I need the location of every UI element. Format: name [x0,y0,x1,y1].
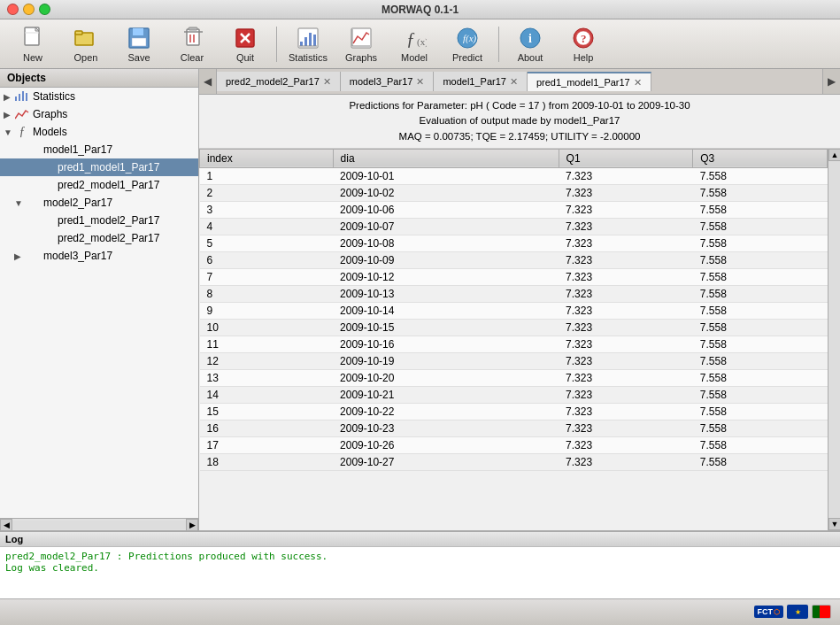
table-row[interactable]: 92009-10-147.3237.558 [200,302,828,319]
cell-index: 13 [200,369,334,386]
table-info-line2: Evaluation of output made by model1_Par1… [206,113,833,128]
sidebar-item-graphs[interactable]: ▶ Graphs [0,105,198,123]
table-row[interactable]: 152009-10-227.3237.558 [200,403,828,420]
tab-pred2-model2-par17[interactable]: pred2_model2_Par17 ✕ [217,72,341,91]
tab-label-model3: model3_Par17 [350,76,413,87]
cell-dia: 2009-10-06 [333,201,559,218]
tab-nav-left[interactable]: ◀ [199,69,217,94]
cell-dia: 2009-10-27 [333,453,559,470]
sidebar-item-pred1-model2-par17[interactable]: pred1_model2_Par17 [0,212,198,229]
table-row[interactable]: 142009-10-217.3237.558 [200,386,828,403]
quit-button[interactable]: Quit [220,23,271,66]
eu-flag: ★ [787,605,808,619]
tab-pred1-model1-par17[interactable]: pred1_model1_Par17 ✕ [528,72,651,91]
sidebar-item-pred2-model1-par17[interactable]: pred2_model1_Par17 [0,176,198,194]
table-row[interactable]: 62009-10-097.3237.558 [200,251,828,268]
cell-index: 7 [200,268,334,285]
tab-close-pred2-model2[interactable]: ✕ [323,77,331,87]
table-row[interactable]: 172009-10-267.3237.558 [200,436,828,453]
model-icon: ƒ (x) [402,26,427,50]
clear-button[interactable]: Clear [166,23,218,66]
close-button[interactable] [7,4,19,15]
sidebar-item-pred2-model2-par17[interactable]: pred2_model2_Par17 [0,229,198,247]
model2-icon [25,196,41,210]
pred2-m2-icon [39,231,55,245]
quit-icon [233,26,258,50]
cell-dia: 2009-10-21 [333,386,559,403]
sidebar-item-model1-par17[interactable]: model1_Par17 [0,141,198,158]
model1-par17-label: model1_Par17 [43,143,112,156]
cell-q3: 7.558 [693,302,828,319]
table-row[interactable]: 102009-10-157.3237.558 [200,319,828,336]
open-button[interactable]: Open [60,23,112,66]
pred1-model1-par17-label: pred1_model1_Par17 [58,161,159,174]
table-row[interactable]: 182009-10-277.3237.558 [200,453,828,470]
table-row[interactable]: 112009-10-167.3237.558 [200,336,828,352]
cell-index: 1 [200,167,334,184]
table-row[interactable]: 42009-10-077.3237.558 [200,218,828,235]
help-button[interactable]: ? Help [558,23,609,66]
tab-close-model3[interactable]: ✕ [416,77,424,87]
sidebar-item-model2-par17[interactable]: ▼ model2_Par17 [0,194,198,212]
graphs-label: Graphs [345,52,377,63]
cell-q1: 7.323 [559,369,693,386]
predict-button[interactable]: f(x) Predict [442,23,493,66]
save-icon [127,26,151,50]
window-controls[interactable] [7,4,50,15]
graphs-button[interactable]: Graphs [335,23,387,66]
tab-model1-par17[interactable]: model1_Par17 ✕ [434,72,528,91]
cell-q3: 7.558 [693,352,828,369]
tab-nav-right[interactable]: ▶ [822,69,840,94]
svg-rect-19 [309,33,312,46]
sidebar-item-statistics[interactable]: ▶ Statistics [0,88,198,105]
cell-index: 2 [200,184,334,201]
separator-2 [498,27,499,62]
cell-q3: 7.558 [693,369,828,386]
table-row[interactable]: 32009-10-067.3237.558 [200,201,828,218]
table-row[interactable]: 22009-10-027.3237.558 [200,184,828,201]
vscroll-down[interactable]: ▼ [828,518,840,530]
sidebar-item-model3-par17[interactable]: ▶ model3_Par17 [0,247,198,265]
sidebar-hscroll[interactable]: ◀ ▶ [0,518,198,530]
table-row[interactable]: 122009-10-197.3237.558 [200,352,828,369]
log-line: Log was cleared. [5,562,835,574]
tab-model3-par17[interactable]: model3_Par17 ✕ [341,72,435,91]
cell-q1: 7.323 [559,319,693,336]
data-table[interactable]: index dia Q1 Q3 12009-10-017.3237.558220… [199,149,828,531]
arrow-models: ▼ [4,127,14,137]
table-row[interactable]: 52009-10-087.3237.558 [200,235,828,251]
table-row[interactable]: 82009-10-137.3237.558 [200,285,828,302]
cell-index: 8 [200,285,334,302]
new-button[interactable]: New [7,23,58,66]
tab-close-pred1-model1[interactable]: ✕ [634,78,642,88]
save-button[interactable]: Save [113,23,165,66]
vscroll-up[interactable]: ▲ [828,149,840,161]
cell-q3: 7.558 [693,285,828,302]
table-row[interactable]: 132009-10-207.3237.558 [200,369,828,386]
clear-label: Clear [181,52,204,63]
cell-dia: 2009-10-13 [333,285,559,302]
table-row[interactable]: 162009-10-237.3237.558 [200,420,828,436]
model-button[interactable]: ƒ (x) Model [389,23,440,66]
cell-index: 12 [200,352,334,369]
hscroll-right[interactable]: ▶ [186,519,198,531]
sidebar-item-pred1-model1-par17[interactable]: pred1_model1_Par17 [0,158,198,176]
maximize-button[interactable] [39,4,50,15]
log-header: Log [0,532,840,547]
statistics-button[interactable]: Statistics [282,23,334,66]
cell-q3: 7.558 [693,268,828,285]
vscrollbar[interactable]: ▲ ▼ [828,149,840,531]
tab-close-model1[interactable]: ✕ [510,77,518,87]
predict-icon: f(x) [455,26,480,50]
sidebar-item-models[interactable]: ▼ ƒ Models [0,123,198,141]
about-button[interactable]: i About [505,23,556,66]
table-row[interactable]: 72009-10-127.3237.558 [200,268,828,285]
svg-rect-4 [75,31,82,35]
hscroll-left[interactable]: ◀ [0,519,12,531]
cell-dia: 2009-10-26 [333,436,559,453]
cell-dia: 2009-10-20 [333,369,559,386]
cell-dia: 2009-10-09 [333,251,559,268]
minimize-button[interactable] [23,4,35,15]
portugal-flag [812,605,831,619]
table-row[interactable]: 12009-10-017.3237.558 [200,167,828,184]
